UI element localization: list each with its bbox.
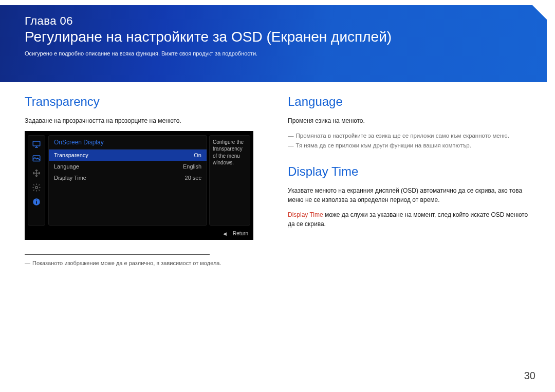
osd-row-label: Language xyxy=(54,163,79,170)
osd-row-value: On xyxy=(194,152,201,158)
svg-point-2 xyxy=(35,186,38,189)
monitor-icon xyxy=(30,138,43,151)
svg-rect-5 xyxy=(36,199,37,200)
osd-tip: Configure the transparency of the menu w… xyxy=(209,135,250,226)
language-heading: Language xyxy=(288,95,530,109)
image-footnote: ―Показаното изображение може да е различ… xyxy=(25,260,267,266)
osd-return-label: Return xyxy=(233,231,248,236)
osd-row-label: Display Time xyxy=(54,175,86,181)
footnote-text: Показаното изображение може да е различн… xyxy=(32,260,221,266)
display-time-highlight: Display Time може да служи за указване н… xyxy=(288,210,530,229)
chapter-title: Регулиране на настройките за OSD (Екране… xyxy=(25,29,526,45)
transparency-desc: Задаване на прозрачността на прозорците … xyxy=(25,116,267,126)
chapter-banner: Глава 06 Регулиране на настройките за OS… xyxy=(0,5,547,82)
osd-screenshot: OnScreen Display Transparency On Languag… xyxy=(25,131,253,240)
osd-row-language: Language English xyxy=(49,161,207,172)
language-note-2: ―Тя няма да се приложи към други функции… xyxy=(288,141,530,151)
right-column: Language Променя езика на менюто. ―Промя… xyxy=(288,95,530,266)
page-number: 30 xyxy=(524,370,535,382)
move-icon xyxy=(30,166,43,180)
language-note-1: ―Промяната в настройките за езика ще се … xyxy=(288,131,530,141)
dash-icon: ― xyxy=(288,133,294,139)
display-time-highlight-label: Display Time xyxy=(288,211,323,218)
display-time-highlight-rest: може да служи за указване на момент, сле… xyxy=(288,211,528,228)
display-time-desc: Указвате менюто на екранния дисплей (OSD… xyxy=(288,186,530,205)
osd-row-value: 20 sec xyxy=(185,175,201,181)
osd-row-value: English xyxy=(183,163,201,170)
osd-row-label: Transparency xyxy=(54,152,88,158)
back-arrow-icon: ◀ xyxy=(223,231,227,236)
chapter-label: Глава 06 xyxy=(25,14,526,28)
osd-tip-line: Configure the xyxy=(213,139,247,146)
osd-tip-line: windows. xyxy=(213,159,247,166)
osd-row-transparency: Transparency On xyxy=(49,150,207,161)
picture-icon xyxy=(30,152,43,165)
osd-panel-title: OnScreen Display xyxy=(49,136,207,150)
svg-rect-0 xyxy=(33,141,40,146)
info-icon xyxy=(30,195,43,209)
language-desc: Променя езика на менюто. xyxy=(288,116,530,126)
osd-footer: ◀ Return xyxy=(25,228,253,240)
osd-row-display-time: Display Time 20 sec xyxy=(49,172,207,183)
transparency-heading: Transparency xyxy=(25,95,267,109)
note-text: Промяната в настройките за езика ще се п… xyxy=(296,133,509,139)
page-curl-icon xyxy=(532,5,547,20)
dash-icon: ― xyxy=(25,260,30,266)
gear-icon xyxy=(30,181,43,194)
svg-rect-4 xyxy=(36,201,37,203)
left-column: Transparency Задаване на прозрачността н… xyxy=(25,95,267,266)
osd-tip-line: of the menu xyxy=(213,153,247,160)
footnote-divider xyxy=(25,254,210,255)
osd-sidebar xyxy=(28,135,45,226)
chapter-subtitle: Осигурено е подробно описание на всяка ф… xyxy=(25,50,526,57)
osd-panel: OnScreen Display Transparency On Languag… xyxy=(48,135,207,226)
note-text: Тя няма да се приложи към други функции … xyxy=(296,142,471,148)
dash-icon: ― xyxy=(288,142,294,148)
osd-tip-line: transparency xyxy=(213,145,247,153)
display-time-heading: Display Time xyxy=(288,164,530,179)
